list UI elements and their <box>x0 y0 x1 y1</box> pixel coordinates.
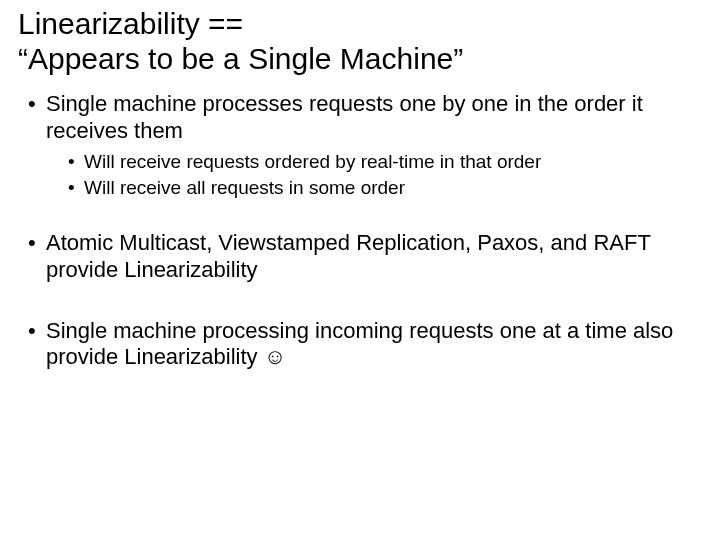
bullet-1-sub-2-text: Will receive all requests in some order <box>84 177 405 198</box>
bullet-1-sub-2: Will receive all requests in some order <box>68 176 702 200</box>
bullet-3-text: Single machine processing incoming reque… <box>46 318 673 370</box>
bullet-1-sub-1-text: Will receive requests ordered by real-ti… <box>84 151 541 172</box>
bullet-list: Single machine processes requests one by… <box>18 91 702 371</box>
bullet-1-sub-1: Will receive requests ordered by real-ti… <box>68 150 702 174</box>
slide: Linearizability == “Appears to be a Sing… <box>0 0 720 540</box>
title-line-2: “Appears to be a Single Machine” <box>18 42 463 75</box>
bullet-1-sublist: Will receive requests ordered by real-ti… <box>46 150 702 200</box>
bullet-1: Single machine processes requests one by… <box>28 91 702 200</box>
bullet-1-text: Single machine processes requests one by… <box>46 91 643 143</box>
bullet-3: Single machine processing incoming reque… <box>28 318 702 372</box>
bullet-2: Atomic Multicast, Viewstamped Replicatio… <box>28 230 702 284</box>
slide-title: Linearizability == “Appears to be a Sing… <box>18 6 702 77</box>
bullet-2-text: Atomic Multicast, Viewstamped Replicatio… <box>46 230 650 282</box>
title-line-1: Linearizability == <box>18 7 243 40</box>
